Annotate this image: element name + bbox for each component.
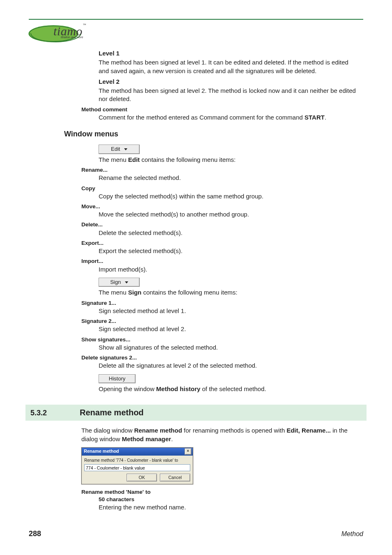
menu-item-desc: Sign selected method at level 1.: [99, 307, 363, 315]
rename-field-label: Rename method 'Name' to: [81, 488, 363, 496]
edit-menu-button[interactable]: Edit: [99, 145, 140, 154]
menu-item-desc: Rename the selected method.: [99, 174, 363, 182]
menu-item-label: Delete...: [81, 221, 363, 228]
dialog-title: Rename method: [84, 448, 119, 454]
history-button-label: History: [109, 375, 125, 382]
menu-item-desc: Sign selected method at level 2.: [99, 325, 363, 333]
menu-item-label: Delete signatures 2...: [81, 354, 363, 362]
dropdown-caret-icon: [124, 148, 127, 150]
cancel-button[interactable]: Cancel: [160, 474, 190, 481]
brand-tm: ™: [83, 23, 86, 27]
rename-field-desc: Entering the new method name.: [99, 503, 363, 511]
brand-tagline: titration and more: [61, 35, 83, 39]
rename-method-dialog: Rename method × Rename method '774 - Cou…: [81, 447, 193, 484]
header-rule: [29, 19, 363, 20]
menu-item-label: Export...: [81, 240, 363, 247]
history-button[interactable]: History: [99, 374, 136, 384]
sign-menu-button[interactable]: Sign: [99, 278, 140, 287]
page-number: 288: [29, 529, 41, 539]
brand-logo: tiamo™ titration and more: [29, 23, 86, 44]
sign-menu-intro: The menu Sign contains the following men…: [99, 288, 363, 297]
method-comment-text: Comment for the method entered as Comman…: [99, 113, 363, 122]
menu-item-label: Move...: [81, 203, 363, 210]
section-number: 5.3.2: [28, 408, 80, 418]
ok-button[interactable]: OK: [127, 474, 157, 481]
level1-label: Level 1: [99, 49, 359, 58]
menu-item-desc: Export the selected method(s).: [99, 247, 363, 255]
level2-text: The method has been signed at level 2. T…: [99, 87, 359, 104]
method-comment-label: Method comment: [81, 106, 363, 113]
menu-item-label: Signature 1...: [81, 299, 363, 307]
menu-item-label: Rename...: [81, 166, 363, 174]
menu-item-label: Copy: [81, 185, 363, 192]
menu-item-label: Show signatures...: [81, 336, 363, 343]
window-menus-heading: Window menus: [64, 129, 363, 139]
menu-item-desc: Import method(s).: [99, 265, 363, 274]
level2-label: Level 2: [99, 78, 359, 86]
menu-item-label: Signature 2...: [81, 318, 363, 325]
menu-item-desc: Show all signatures of the selected meth…: [99, 343, 363, 352]
menu-item-desc: Delete all the signatures at level 2 of …: [99, 362, 363, 370]
rename-intro-text: The dialog window Rename method for rena…: [81, 426, 363, 443]
edit-menu-button-label: Edit: [111, 146, 120, 152]
footer-section: Method: [341, 530, 363, 539]
menu-item-label: Import...: [81, 258, 363, 265]
menu-item-desc: Move the selected method(s) to another m…: [99, 210, 363, 219]
level1-text: The method has been signed at level 1. I…: [99, 58, 359, 75]
close-icon[interactable]: ×: [184, 448, 191, 455]
rename-field-constraint: 50 characters: [99, 496, 363, 503]
menu-item-desc: Copy the selected method(s) within the s…: [99, 192, 363, 200]
edit-menu-intro: The menu Edit contains the following men…: [99, 156, 363, 164]
history-text: Opening the window Method history of the…: [99, 385, 363, 393]
section-title: Rename method: [80, 407, 144, 418]
rename-input[interactable]: [84, 464, 190, 471]
page-footer: 288 Method: [29, 529, 363, 539]
menu-item-desc: Delete the selected method(s).: [99, 229, 363, 237]
dropdown-caret-icon: [125, 281, 128, 283]
section-heading-bar: 5.3.2 Rename method: [25, 405, 367, 421]
dialog-label: Rename method '774 - Coulometer - blank …: [84, 458, 190, 463]
sign-menu-button-label: Sign: [110, 279, 121, 285]
